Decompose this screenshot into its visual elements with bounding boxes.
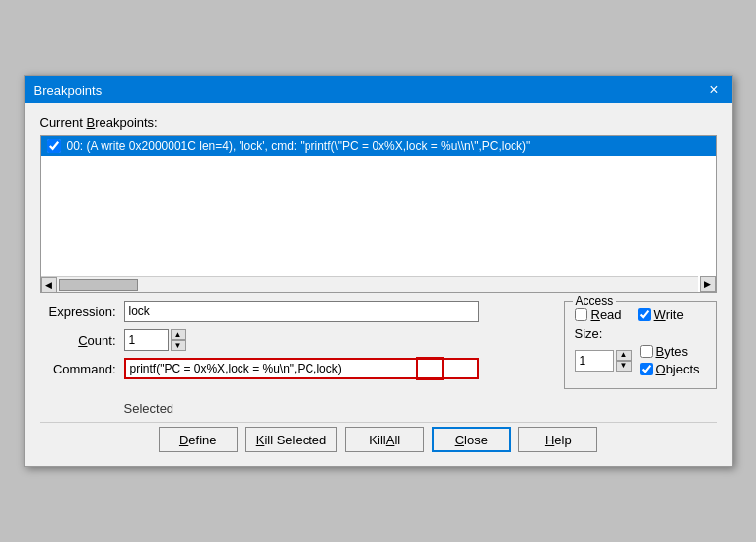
breakpoint-checkbox[interactable]: [47, 139, 61, 153]
define-button[interactable]: Define: [159, 427, 238, 452]
read-checkbox-label[interactable]: Read: [575, 307, 622, 322]
selected-label: Selected: [40, 401, 717, 416]
spinner-up-icon[interactable]: ▲: [171, 329, 186, 340]
size-input[interactable]: [575, 350, 614, 372]
breakpoints-section-label: Current Breakpoints:: [40, 115, 717, 130]
command-row: Command:: [40, 358, 548, 379]
size-spinner: ▲ ▼: [616, 350, 632, 372]
write-checkbox[interactable]: [638, 308, 651, 321]
objects-checkbox[interactable]: [640, 363, 653, 375]
count-spinner: ▲ ▼: [171, 329, 186, 351]
count-input[interactable]: [124, 329, 169, 351]
expression-label: Expression:: [40, 305, 124, 319]
size-spinner-up-icon[interactable]: ▲: [616, 350, 632, 361]
breakpoints-list[interactable]: 00: (A write 0x2000001C len=4), 'lock', …: [40, 135, 717, 293]
size-section: Size: ▲ ▼ Bytes: [575, 326, 706, 376]
command-label: Command:: [40, 362, 124, 376]
scroll-thumb[interactable]: [59, 279, 138, 291]
objects-checkbox-label[interactable]: Objects: [640, 362, 700, 376]
title-bar: Breakpoints ×: [25, 76, 732, 103]
access-group: Access Read Write Size:: [564, 301, 717, 389]
write-checkbox-label[interactable]: Write: [638, 307, 684, 322]
breakpoint-text: 00: (A write 0x2000001C len=4), 'lock', …: [67, 139, 531, 153]
breakpoints-dialog: Breakpoints × Current Breakpoints: 00: (…: [24, 75, 733, 467]
kill-all-button[interactable]: Kill All: [345, 427, 424, 452]
expression-input[interactable]: [124, 301, 479, 322]
close-icon[interactable]: ×: [705, 82, 722, 98]
count-row: Count: ▲ ▼: [40, 329, 548, 351]
close-button[interactable]: Close: [432, 427, 511, 452]
size-input-group: ▲ ▼: [575, 350, 632, 372]
read-checkbox[interactable]: [575, 308, 587, 321]
bytes-checkbox-label[interactable]: Bytes: [640, 344, 700, 359]
horizontal-scrollbar[interactable]: ◀: [41, 276, 698, 292]
size-label: Size:: [575, 326, 603, 341]
command-input[interactable]: [124, 358, 479, 379]
bytes-checkbox[interactable]: [640, 345, 653, 358]
count-label: Count:: [40, 333, 124, 348]
list-item[interactable]: 00: (A write 0x2000001C len=4), 'lock', …: [41, 136, 716, 156]
expression-row: Expression:: [40, 301, 548, 322]
scroll-right-icon[interactable]: ▶: [700, 276, 716, 292]
help-button[interactable]: Help: [518, 427, 597, 452]
buttons-row: Define Kill Selected Kill All Close Help: [40, 422, 717, 456]
dialog-title: Breakpoints: [34, 83, 103, 98]
size-spinner-down-icon[interactable]: ▼: [616, 361, 632, 372]
access-checkboxes-row: Read Write: [575, 307, 706, 322]
kill-selected-button[interactable]: Kill Selected: [245, 427, 338, 452]
scroll-left-icon[interactable]: ◀: [41, 277, 57, 293]
spinner-down-icon[interactable]: ▼: [171, 340, 186, 351]
access-legend: Access: [573, 294, 617, 307]
